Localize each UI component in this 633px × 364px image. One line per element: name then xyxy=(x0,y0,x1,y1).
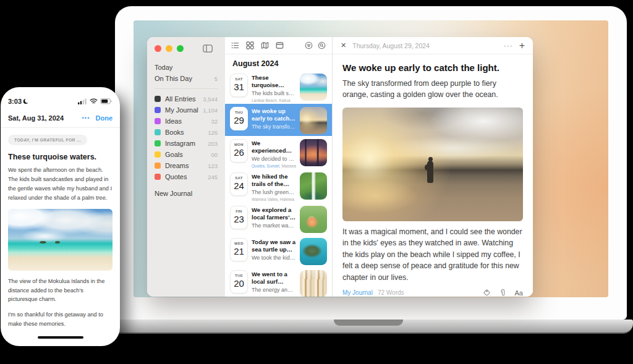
text-format-icon[interactable]: Aa xyxy=(515,289,523,297)
entry-photo-sunset-beach[interactable] xyxy=(342,108,523,221)
sidebar-item-goals[interactable]: Goals 00 xyxy=(147,149,225,160)
journal-count: 3,544 xyxy=(203,96,218,103)
journal-color-swatch xyxy=(155,107,161,113)
phone-more-options-icon[interactable]: ••• xyxy=(82,115,90,121)
minimize-window-button[interactable] xyxy=(166,45,172,52)
entry-weekday: THU xyxy=(235,111,243,114)
entry-list-item-aug21[interactable]: WED 21 Today we saw a sea turtle up clos… xyxy=(225,235,332,267)
zoom-window-button[interactable] xyxy=(177,45,184,52)
toggle-sidebar-icon[interactable] xyxy=(203,44,213,53)
sidebar-item-instagram[interactable]: Instagram 203 xyxy=(147,138,225,149)
journal-color-swatch xyxy=(155,118,161,124)
entry-list-item-aug23[interactable]: FRI 23 We explored a local farmers' mark… xyxy=(225,203,332,235)
word-count: 72 Words xyxy=(378,289,404,296)
iphone-mockup: 3:03 Sat, Aug 31, 2024 ••• xyxy=(1,87,120,346)
list-view-icon[interactable] xyxy=(231,41,239,49)
entry-day-number: 31 xyxy=(234,82,244,91)
entry-paragraph-2: It was a magical moment, and I could see… xyxy=(342,226,523,283)
entry-preview: We took the kids to a... xyxy=(252,254,296,261)
journal-label: Dreams xyxy=(165,162,189,169)
map-view-icon[interactable] xyxy=(261,41,269,49)
sidebar-item-on-this-day[interactable]: On This Day 5 xyxy=(147,73,225,84)
phone-entry-date: Sat, Aug 31, 2024 xyxy=(8,114,64,122)
entry-list-item-aug31[interactable]: SAT 31 These turquoise waters. The kids … xyxy=(225,70,332,104)
close-window-button[interactable] xyxy=(155,45,161,52)
entries-scroll-area[interactable]: SAT 31 These turquoise waters. The kids … xyxy=(225,70,332,297)
journal-label: Quotes xyxy=(165,173,187,180)
sidebar-item-my-journal[interactable]: My Journal 1,104 xyxy=(147,104,225,116)
sidebar-item-quotes[interactable]: Quotes 245 xyxy=(147,171,225,182)
entry-day-number: 21 xyxy=(234,247,244,256)
cellular-signal-icon xyxy=(78,98,87,104)
journal-label: Books xyxy=(165,129,184,136)
sidebar-item-all-entries[interactable]: All Entries 3,544 xyxy=(147,93,225,104)
journal-color-swatch xyxy=(155,163,161,169)
entry-location: Maeaea, Hal... xyxy=(281,164,296,168)
entry-tags[interactable]: Quotes, Sunset, xyxy=(252,164,281,168)
entry-day-number: 26 xyxy=(234,148,244,157)
dnd-moon-icon xyxy=(23,98,29,104)
journal-link[interactable]: My Journal xyxy=(342,289,373,296)
entry-thumbnail xyxy=(300,270,327,297)
sidebar-item-today[interactable]: Today xyxy=(147,62,225,73)
entry-date-chip: SAT 24 xyxy=(230,172,248,196)
grid-view-icon[interactable] xyxy=(246,41,254,49)
filter-icon[interactable] xyxy=(305,41,313,49)
entry-list-toolbar xyxy=(225,37,332,54)
entry-date-chip: MON 26 xyxy=(230,139,248,163)
entry-list-item-aug20[interactable]: TUE 20 We went to a local surf competiti… xyxy=(225,267,332,297)
attachment-paperclip-icon[interactable] xyxy=(499,289,507,297)
done-button[interactable]: Done xyxy=(96,114,113,122)
close-entry-icon[interactable]: ✕ xyxy=(341,41,346,49)
entry-preview: The energy and skill... xyxy=(252,286,296,294)
entry-list-pane: August 2024 SAT 31 These turquoise water… xyxy=(225,37,333,297)
status-time: 3:03 xyxy=(8,98,22,105)
sidebar-item-dreams[interactable]: Dreams 123 xyxy=(147,160,225,171)
entry-list-item-aug29-selected[interactable]: THU 29 We woke up early to catch the lig… xyxy=(225,104,332,136)
phone-entry-photo-beach[interactable] xyxy=(8,209,113,271)
entry-preview: The market was bust... xyxy=(252,222,296,229)
calendar-view-icon[interactable] xyxy=(276,41,284,49)
journal-count: 32 xyxy=(211,118,218,125)
on-this-day-count: 5 xyxy=(215,75,218,82)
new-entry-icon[interactable]: + xyxy=(519,41,525,51)
entry-title: We woke up early to catch the light. xyxy=(252,108,296,123)
entry-date-chip: THU 29 xyxy=(230,107,248,130)
entry-location: Waimea Valley, Haleiwa xyxy=(252,197,296,201)
entry-full-date: Thursday, August 29, 2024 xyxy=(352,42,430,49)
search-icon[interactable] xyxy=(318,41,326,49)
gratitude-prompt-pill[interactable]: TODAY, I'M GRATEFUL FOR ... xyxy=(8,135,87,145)
entry-title: Today we saw a sea turtle up close. xyxy=(252,239,296,254)
entry-weekday: SAT xyxy=(235,176,242,180)
entry-weekday: FRI xyxy=(236,210,242,213)
entry-date-chip: WED 21 xyxy=(230,238,248,261)
entry-weekday: WED xyxy=(234,242,244,245)
more-options-icon[interactable]: ··· xyxy=(504,41,513,50)
entry-day-number: 24 xyxy=(234,181,244,190)
entry-detail-pane: ✕ Thursday, August 29, 2024 ··· + We wok… xyxy=(333,37,533,297)
entry-day-number: 20 xyxy=(234,279,244,288)
entry-thumbnail xyxy=(300,238,327,265)
detail-header: ✕ Thursday, August 29, 2024 ··· + xyxy=(333,37,533,54)
detail-footer: My Journal 72 Words Aa xyxy=(342,283,523,297)
wifi-icon xyxy=(90,98,98,104)
phone-status-bar: 3:03 xyxy=(8,97,113,106)
sidebar-item-new-journal[interactable]: New Journal xyxy=(147,188,225,199)
entry-title: We experienced the most colorful sunset. xyxy=(252,140,296,155)
entry-meta: Quotes, Sunset, Maeaea, Hal... xyxy=(252,164,296,168)
tag-icon[interactable] xyxy=(483,289,491,297)
journal-count: 00 xyxy=(211,151,218,158)
entry-paragraph-1: The sky transformed from deep purple to … xyxy=(342,78,523,101)
entry-day-number: 29 xyxy=(234,116,244,125)
home-indicator[interactable] xyxy=(38,336,83,339)
entry-thumbnail xyxy=(300,139,327,166)
sidebar-item-books[interactable]: Books 126 xyxy=(147,127,225,138)
entry-editor[interactable]: We woke up early to catch the light. The… xyxy=(333,54,533,297)
entry-list-item-aug24[interactable]: SAT 24 We hiked the trails of the Waimea… xyxy=(225,169,332,203)
today-label: Today xyxy=(155,64,172,71)
entry-list-item-aug26[interactable]: MON 26 We experienced the most colorful … xyxy=(225,136,332,169)
sidebar-item-ideas[interactable]: Ideas 32 xyxy=(147,116,225,127)
phone-entry-body: We spent the afternoon on the beach. The… xyxy=(8,166,113,203)
entry-weekday: MON xyxy=(234,143,244,146)
entry-location: Lanikai Beach, Kailua xyxy=(252,98,296,103)
